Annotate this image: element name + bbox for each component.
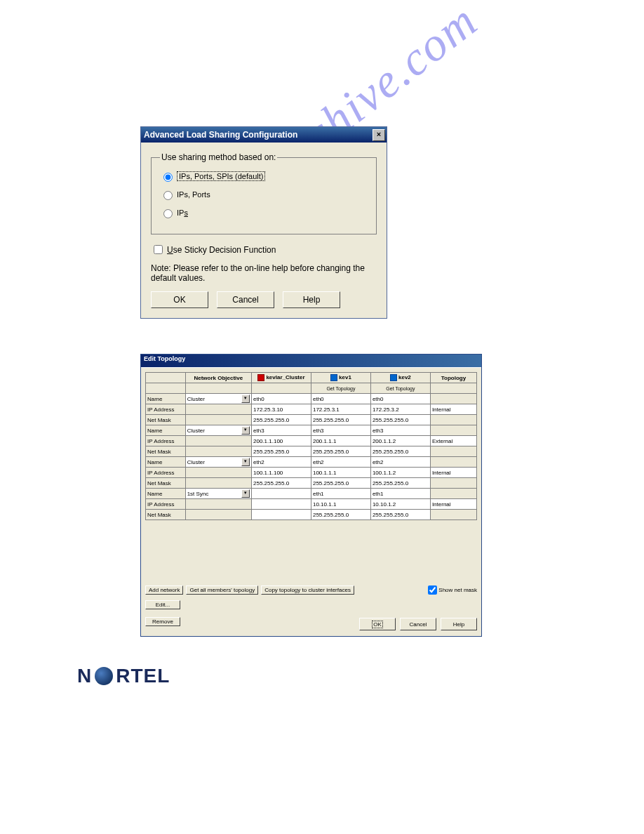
cell[interactable] xyxy=(252,499,311,510)
cell[interactable]: 100.1.1.2 xyxy=(370,468,430,478)
cell[interactable]: 255.255.255.0 xyxy=(370,478,430,489)
cell[interactable]: 255.255.255.0 xyxy=(252,446,311,457)
bottom-row-2: Edit... xyxy=(145,600,477,609)
cell xyxy=(430,394,476,404)
cell[interactable]: eth0 xyxy=(311,394,370,404)
cell[interactable]: 100.1.1.1 xyxy=(311,468,370,478)
remove-button[interactable]: Remove xyxy=(145,617,180,626)
show-netmask-input[interactable] xyxy=(428,585,437,595)
cancel-button-2[interactable]: Cancel xyxy=(400,618,436,630)
get-all-topology-button[interactable]: Get all members' topology xyxy=(186,585,258,595)
ok-button-2[interactable]: OK xyxy=(359,618,396,630)
dialog-body: Use sharing method based on: IPs, Ports,… xyxy=(141,143,387,318)
cell[interactable]: eth3 xyxy=(311,425,370,436)
cell xyxy=(430,425,476,436)
row-label: IP Address xyxy=(146,468,186,478)
cancel-button[interactable]: Cancel xyxy=(217,291,274,308)
show-netmask-checkbox[interactable]: Show net mask xyxy=(425,583,477,597)
radio-ips[interactable]: IPs xyxy=(160,207,368,218)
cell[interactable] xyxy=(252,510,311,520)
cell[interactable]: 172.25.3.2 xyxy=(370,404,430,415)
close-button[interactable]: × xyxy=(373,129,385,141)
cell[interactable]: 255.255.255.0 xyxy=(311,446,370,457)
cell[interactable]: eth1 xyxy=(370,489,430,499)
row-label: Name xyxy=(146,489,186,499)
cell[interactable]: eth3 xyxy=(252,425,311,436)
cell[interactable]: 172.25.3.10 xyxy=(252,404,311,415)
ok-button[interactable]: OK xyxy=(151,291,208,308)
chevron-down-icon: ▾ xyxy=(241,489,250,498)
cell[interactable]: eth2 xyxy=(311,457,370,468)
cell[interactable]: 172.25.3.1 xyxy=(311,404,370,415)
get-topology-kev2[interactable]: Get Topology xyxy=(370,383,430,394)
cell[interactable]: eth3 xyxy=(370,425,430,436)
get-topology-row: Get Topology Get Topology xyxy=(146,383,477,394)
cell[interactable]: 255.255.255.0 xyxy=(370,446,430,457)
checkbox-label: Use Sticky Decision Function xyxy=(167,245,276,255)
cell[interactable]: 255.255.255.0 xyxy=(252,478,311,489)
cell xyxy=(430,446,476,457)
radio-label-1: IPs, Ports, SPIs (default) xyxy=(177,171,265,181)
row-label: IP Address xyxy=(146,499,186,510)
add-network-button[interactable]: Add network xyxy=(145,585,183,595)
cell[interactable] xyxy=(252,489,311,499)
cell[interactable]: 255.255.255.0 xyxy=(370,415,430,425)
cell[interactable]: 200.1.1.100 xyxy=(252,436,311,446)
radio-input-1[interactable] xyxy=(163,173,173,182)
radio-ips-ports-spis[interactable]: IPs, Ports, SPIs (default) xyxy=(160,171,368,182)
network-objective-dropdown[interactable]: Cluster▾ xyxy=(185,457,251,468)
cell[interactable]: 200.1.1.1 xyxy=(311,436,370,446)
network-objective-dropdown[interactable]: Cluster▾ xyxy=(185,425,251,436)
table-header-row: Network Objective kevlar_Cluster kev1 ke… xyxy=(146,373,477,383)
cell[interactable]: eth0 xyxy=(252,394,311,404)
help-button-2[interactable]: Help xyxy=(441,618,477,630)
network-objective-dropdown[interactable]: Cluster▾ xyxy=(185,394,251,404)
table-row: Net Mask 255.255.255.0 255.255.255.0 255… xyxy=(146,478,477,489)
get-topology-kev1[interactable]: Get Topology xyxy=(311,383,370,394)
radio-input-2[interactable] xyxy=(163,191,173,200)
radio-input-3[interactable] xyxy=(163,209,173,218)
table-row: Net Mask 255.255.255.0 255.255.255.0 xyxy=(146,510,477,520)
cell[interactable]: 255.255.255.0 xyxy=(311,478,370,489)
cell[interactable]: 255.255.255.0 xyxy=(252,415,311,425)
dialog2-titlebar: Edit Topology xyxy=(141,355,481,367)
cell: Internal xyxy=(430,468,476,478)
edit-button[interactable]: Edit... xyxy=(145,600,180,609)
checkbox-input[interactable] xyxy=(154,245,163,254)
row-label: Name xyxy=(146,394,186,404)
fieldset-legend: Use sharing method based on: xyxy=(160,152,277,162)
cell: Internal xyxy=(430,404,476,415)
table-row: IP Address 172.25.3.10 172.25.3.1 172.25… xyxy=(146,404,477,415)
radio-ips-ports[interactable]: IPs, Ports xyxy=(160,189,368,200)
cell[interactable]: 255.255.255.0 xyxy=(311,510,370,520)
table-row: IP Address 100.1.1.100 100.1.1.1 100.1.1… xyxy=(146,468,477,478)
help-button[interactable]: Help xyxy=(283,291,340,308)
cell[interactable]: eth2 xyxy=(252,457,311,468)
table-row: Name Cluster▾ eth3 eth3 eth3 xyxy=(146,425,477,436)
cell[interactable]: 200.1.1.2 xyxy=(370,436,430,446)
topology-table: Network Objective kevlar_Cluster kev1 ke… xyxy=(145,372,477,520)
cell[interactable]: eth2 xyxy=(370,457,430,468)
cell[interactable]: 255.255.255.0 xyxy=(370,510,430,520)
cell xyxy=(430,415,476,425)
host-icon xyxy=(390,374,397,381)
row-label: Net Mask xyxy=(146,510,186,520)
cell xyxy=(430,510,476,520)
network-objective-dropdown[interactable]: 1st Sync▾ xyxy=(185,489,251,499)
cell[interactable]: 255.255.255.0 xyxy=(311,415,370,425)
cell[interactable]: eth1 xyxy=(311,489,370,499)
cell[interactable]: 10.10.1.1 xyxy=(311,499,370,510)
globe-icon xyxy=(95,667,113,685)
sticky-decision-checkbox[interactable]: Use Sticky Decision Function xyxy=(151,243,377,256)
chevron-down-icon: ▾ xyxy=(241,395,250,403)
note-text: Note: Please refer to the on-line help b… xyxy=(151,263,377,283)
nortel-logo: N RTEL xyxy=(77,665,602,687)
cell[interactable]: 10.10.1.2 xyxy=(370,499,430,510)
row-label: IP Address xyxy=(146,404,186,415)
cell[interactable]: eth0 xyxy=(370,394,430,404)
th-kev1: kev1 xyxy=(311,373,370,383)
row-label: Net Mask xyxy=(146,415,186,425)
copy-topology-button[interactable]: Copy topology to cluster interfaces xyxy=(261,585,354,595)
cell: Internal xyxy=(430,499,476,510)
cell[interactable]: 100.1.1.100 xyxy=(252,468,311,478)
